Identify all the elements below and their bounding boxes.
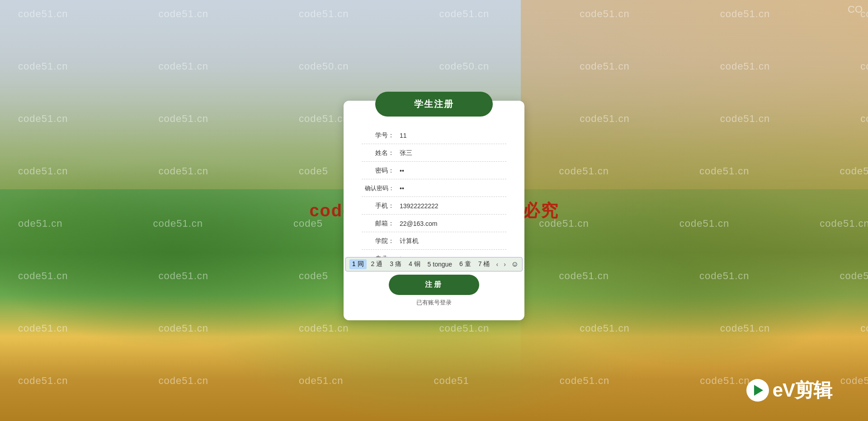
email-row: 邮箱： [362, 215, 506, 232]
dialog-title-banner: 学生注册 [375, 92, 493, 117]
name-row: 姓名： [362, 145, 506, 162]
background-warm [521, 0, 868, 421]
college-row: 学院： [362, 233, 506, 250]
password-row: 密码： [362, 163, 506, 179]
email-label: 邮箱： [362, 220, 398, 228]
ime-candidate-5[interactable]: 5 tongue [425, 260, 455, 269]
confirm-password-input[interactable] [398, 184, 506, 193]
ime-candidate-6[interactable]: 6 童 [457, 259, 474, 269]
student-id-label: 学号： [362, 131, 398, 140]
password-input[interactable] [398, 166, 506, 175]
student-id-row: 学号： [362, 127, 506, 144]
ime-prev-button[interactable]: ‹ [494, 260, 500, 269]
ime-candidate-bar: 1 同 2 通 3 痛 4 铜 5 tongue 6 童 7 桶 ‹ › ☺ [345, 257, 523, 271]
ime-next-button[interactable]: › [502, 260, 508, 269]
ime-candidate-7[interactable]: 7 桶 [476, 259, 493, 269]
ime-candidate-4[interactable]: 4 铜 [406, 259, 423, 269]
dialog-title: 学生注册 [414, 99, 454, 109]
phone-input[interactable] [398, 201, 506, 210]
email-input[interactable] [398, 219, 506, 228]
phone-row: 手机： [362, 198, 506, 215]
ime-emoji-button[interactable]: ☺ [511, 260, 519, 268]
ime-candidate-2[interactable]: 2 通 [368, 259, 386, 269]
college-label: 学院： [362, 237, 398, 245]
ime-candidate-3[interactable]: 3 痛 [387, 259, 404, 269]
register-dialog: 学生注册 学号： 姓名： 密码： 确认密码： 手机： 邮箱： 学院： 专业： [344, 101, 524, 320]
confirm-password-row: 确认密码： [362, 180, 506, 197]
ime-candidate-1[interactable]: 1 同 [349, 259, 367, 269]
college-input[interactable] [398, 237, 506, 246]
login-link[interactable]: 已有账号登录 [362, 299, 506, 307]
name-input[interactable] [398, 149, 506, 158]
phone-label: 手机： [362, 202, 398, 210]
register-button[interactable]: 注册 [389, 275, 479, 295]
password-label: 密码： [362, 167, 398, 175]
student-id-input[interactable] [398, 131, 506, 140]
confirm-password-label: 确认密码： [362, 184, 398, 192]
name-label: 姓名： [362, 149, 398, 157]
